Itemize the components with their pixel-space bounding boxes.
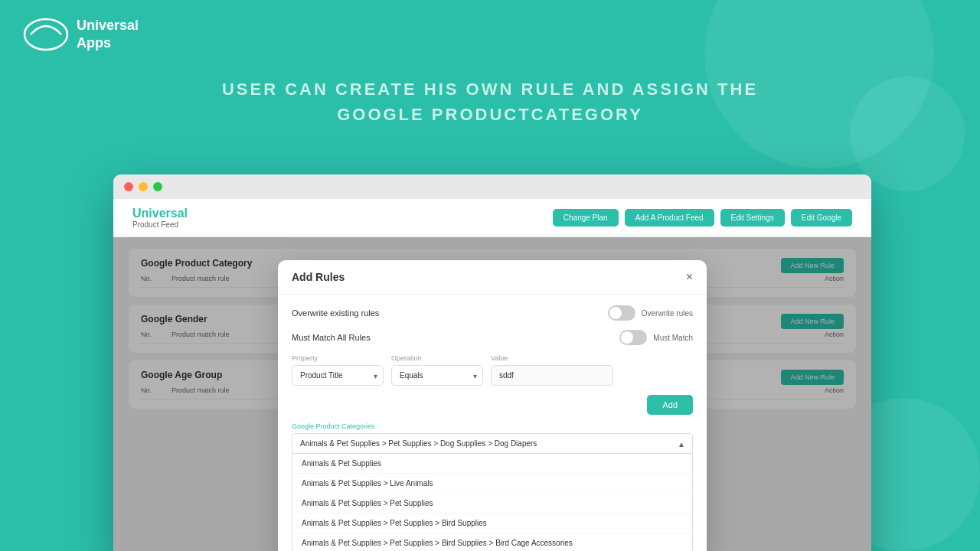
change-plan-button[interactable]: Change Plan: [553, 209, 619, 227]
property-select-wrapper: Product Title: [292, 365, 384, 386]
modal-overlay[interactable]: Add Rules × Overwrite existing rules Ove…: [113, 237, 871, 551]
dot-green[interactable]: [153, 182, 162, 191]
value-label: Value: [491, 354, 613, 362]
must-match-label: Must Match All Rules: [292, 333, 371, 342]
must-match-toggle-container: Must Match: [619, 330, 693, 345]
gpc-dropdown-arrow: ▲: [678, 439, 685, 448]
gpc-dropdown-section: Google Product Categories ▲ Animals & Pe…: [292, 422, 693, 551]
add-rule-submit-button[interactable]: Add: [647, 395, 693, 415]
edit-google-button[interactable]: Edit Google: [791, 209, 852, 227]
modal-close-button[interactable]: ×: [686, 271, 693, 283]
property-select[interactable]: Product Title: [292, 365, 384, 386]
dropdown-item[interactable]: Animals & Pet Supplies > Live Animals: [292, 474, 692, 494]
app-logo: Universal Product Feed: [132, 207, 188, 229]
app-header: Universal Product Feed Change Plan Add A…: [113, 199, 871, 237]
operation-group: Operation Equals: [391, 354, 483, 386]
must-match-row: Must Match All Rules Must Match: [292, 330, 693, 345]
modal-body: Overwrite existing rules Overwrite rules…: [278, 295, 707, 551]
hero-line2: GOOGLE PRODUCTCATEGORY: [38, 102, 942, 127]
overwrite-toggle[interactable]: [608, 305, 635, 321]
app-logo-main: Universal: [132, 207, 188, 220]
property-label: Property: [292, 354, 384, 362]
overwrite-rules-row: Overwrite existing rules Overwrite rules: [292, 305, 693, 321]
logo-line1: Universal: [77, 17, 139, 34]
app-logo-sub: Product Feed: [132, 220, 188, 229]
logo-container: Universal Apps: [23, 11, 139, 57]
edit-settings-button[interactable]: Edit Settings: [720, 209, 785, 227]
overwrite-label: Overwrite existing rules: [292, 308, 379, 318]
must-match-toggle-text: Must Match: [653, 334, 693, 342]
gpc-dropdown-list[interactable]: Animals & Pet Supplies Animals & Pet Sup…: [292, 454, 693, 551]
dropdown-item[interactable]: Animals & Pet Supplies > Pet Supplies > …: [292, 533, 692, 551]
dot-red[interactable]: [124, 182, 133, 191]
dropdown-item[interactable]: Animals & Pet Supplies > Pet Supplies: [292, 494, 692, 514]
must-match-toggle[interactable]: [619, 330, 647, 345]
gpc-dropdown-label: Google Product Categories: [292, 422, 693, 430]
dropdown-item[interactable]: Animals & Pet Supplies: [292, 454, 692, 474]
add-feed-button[interactable]: Add A Product Feed: [625, 209, 714, 227]
value-group: Value: [491, 354, 613, 386]
hero-line1: USER CAN CREATE HIS OWN RULE AND ASSIGN …: [38, 77, 942, 102]
rule-form-row: Property Product Title Operation: [292, 354, 693, 386]
main-content: Google Product Category Add New Rule No.…: [113, 237, 871, 551]
modal-title: Add Rules: [292, 271, 345, 283]
operation-select[interactable]: Equals: [391, 365, 483, 386]
property-group: Property Product Title: [292, 354, 384, 386]
add-rules-modal: Add Rules × Overwrite existing rules Ove…: [278, 260, 707, 551]
logo-text: Universal Apps: [77, 17, 139, 53]
dot-yellow[interactable]: [139, 182, 148, 191]
browser-window: Universal Product Feed Change Plan Add A…: [113, 174, 871, 551]
value-input[interactable]: [491, 365, 613, 386]
overwrite-toggle-container: Overwrite rules: [608, 305, 693, 321]
dropdown-item[interactable]: Animals & Pet Supplies > Pet Supplies > …: [292, 514, 692, 533]
overwrite-toggle-text: Overwrite rules: [642, 309, 693, 318]
modal-header: Add Rules ×: [278, 260, 707, 295]
operation-label: Operation: [391, 354, 483, 362]
gpc-search-input[interactable]: [292, 433, 693, 454]
browser-chrome: [113, 174, 871, 199]
hero-text: USER CAN CREATE HIS OWN RULE AND ASSIGN …: [0, 69, 980, 142]
page-header: Universal Apps: [0, 0, 980, 69]
browser-content: Universal Product Feed Change Plan Add A…: [113, 199, 871, 551]
logo-line2: Apps: [77, 34, 139, 52]
app-buttons: Change Plan Add A Product Feed Edit Sett…: [553, 209, 852, 227]
logo-icon: [23, 11, 69, 57]
gpc-input-wrapper: ▲: [292, 433, 693, 454]
operation-select-wrapper: Equals: [391, 365, 483, 386]
